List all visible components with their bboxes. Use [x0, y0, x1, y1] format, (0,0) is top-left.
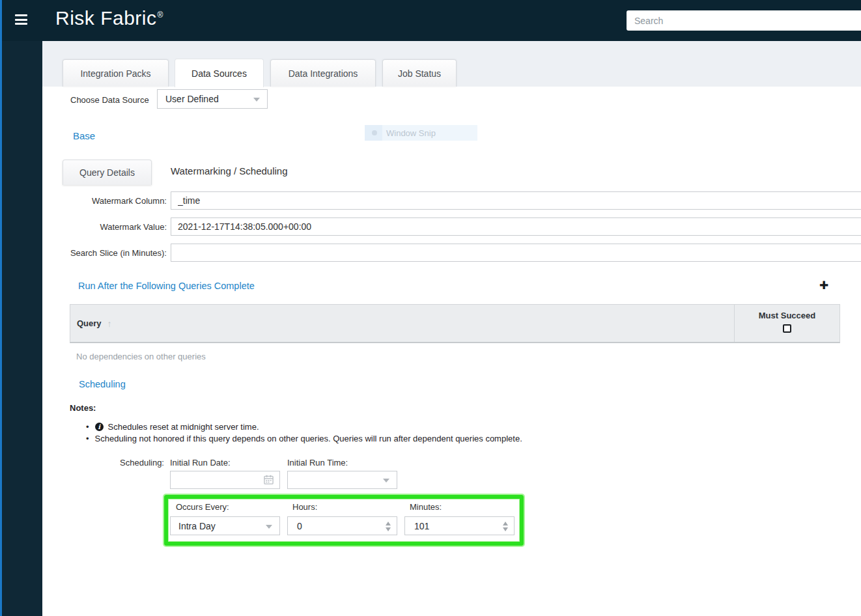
sort-arrow-icon: ↑ — [107, 318, 112, 329]
registered-mark: ® — [158, 10, 163, 20]
hamburger-bar — [15, 19, 27, 21]
tab-watermarking-scheduling[interactable]: Watermarking / Scheduling — [171, 165, 288, 176]
scheduling-link[interactable]: Scheduling — [79, 379, 126, 389]
data-source-value: User Defined — [165, 94, 219, 104]
must-succeed-checkbox[interactable] — [783, 324, 791, 333]
data-source-select[interactable]: User Defined — [157, 89, 268, 109]
run-after-queries-link[interactable]: Run After the Following Queries Complete — [78, 281, 255, 291]
hamburger-bar — [15, 14, 27, 16]
app-title: Risk Fabric — [55, 7, 157, 29]
tab-label: Data Integrations — [289, 68, 358, 79]
minutes-stepper[interactable]: 101 — [404, 516, 515, 535]
arrow-up-icon[interactable] — [503, 522, 508, 525]
snip-icon-area — [365, 125, 382, 141]
tab-label: Integration Packs — [80, 68, 150, 79]
chevron-down-icon — [253, 98, 260, 102]
plus-icon[interactable]: ✚ — [819, 279, 828, 292]
tab-label: Data Sources — [191, 68, 247, 79]
minutes-label: Minutes: — [410, 502, 442, 512]
top-bar: Risk Fabric® — [0, 0, 861, 41]
no-dependencies-message: No dependencies on other queries — [76, 352, 206, 361]
window-snip-overlay: Window Snip — [365, 125, 477, 141]
tab-job-status[interactable]: Job Status — [382, 59, 457, 87]
snip-label: Window Snip — [386, 128, 436, 138]
dependencies-table-header: Query ↑ Must Succeed — [70, 304, 840, 343]
chevron-down-icon — [266, 525, 272, 529]
minutes-value: 101 — [414, 521, 429, 531]
note-item: • Scheduling not honored if this query d… — [86, 434, 522, 443]
scheduling-section-label: Scheduling: — [91, 458, 164, 468]
hours-stepper[interactable]: 0 — [287, 516, 397, 535]
note-text: Scheduling not honored if this query dep… — [95, 434, 522, 443]
initial-run-time-label: Initial Run Time: — [287, 458, 348, 468]
occurs-every-value: Intra Day — [178, 521, 216, 531]
must-succeed-column-header: Must Succeed — [734, 305, 840, 342]
must-succeed-label: Must Succeed — [759, 311, 815, 320]
arrow-up-icon[interactable] — [386, 522, 391, 525]
query-header-label: Query — [77, 318, 102, 328]
query-column-header[interactable]: Query ↑ — [77, 305, 112, 342]
initial-run-time-select[interactable] — [287, 471, 397, 489]
stepper-arrows[interactable] — [386, 522, 391, 531]
tab-data-integrations[interactable]: Data Integrations — [270, 59, 376, 87]
hours-label: Hours: — [292, 502, 317, 512]
app-logo: Risk Fabric® — [55, 7, 163, 29]
search-slice-input[interactable] — [171, 244, 861, 262]
sidebar-nav — [0, 41, 42, 616]
hours-value: 0 — [297, 521, 302, 531]
watermark-column-label: Watermark Column: — [59, 196, 167, 206]
choose-data-source-label: Choose Data Source — [70, 95, 149, 105]
note-text: Schedules reset at midnight server time. — [108, 422, 259, 432]
note-item: • i Schedules reset at midnight server t… — [86, 422, 259, 432]
hamburger-bar — [15, 23, 27, 25]
arrow-down-icon[interactable] — [503, 527, 508, 531]
initial-run-date-label: Initial Run Date: — [170, 458, 231, 468]
bullet: • — [86, 422, 89, 432]
tab-integration-packs[interactable]: Integration Packs — [63, 59, 169, 87]
stepper-arrows[interactable] — [503, 522, 508, 531]
window-left-edge — [0, 0, 2, 616]
watermark-column-input[interactable] — [171, 191, 861, 210]
watermark-value-label: Watermark Value: — [59, 222, 167, 232]
bullet: • — [86, 434, 89, 443]
calendar-icon[interactable] — [264, 475, 274, 484]
chevron-down-icon — [383, 479, 389, 483]
info-icon: i — [95, 423, 104, 431]
search-slice-label: Search Slice (in Minutes): — [59, 248, 167, 258]
occurs-every-label: Occurs Every: — [176, 502, 229, 512]
tab-query-details[interactable]: Query Details — [63, 160, 152, 185]
search-input[interactable] — [627, 10, 861, 31]
base-link[interactable]: Base — [73, 130, 95, 141]
tab-label: Query Details — [79, 167, 135, 178]
occurs-every-select[interactable]: Intra Day — [170, 516, 280, 535]
hamburger-menu-icon[interactable] — [15, 14, 28, 25]
notes-heading: Notes: — [70, 403, 96, 413]
watermark-value-input[interactable] — [171, 217, 861, 236]
tab-data-sources[interactable]: Data Sources — [175, 59, 264, 87]
arrow-down-icon[interactable] — [386, 527, 391, 531]
tab-label: Job Status — [398, 68, 441, 79]
